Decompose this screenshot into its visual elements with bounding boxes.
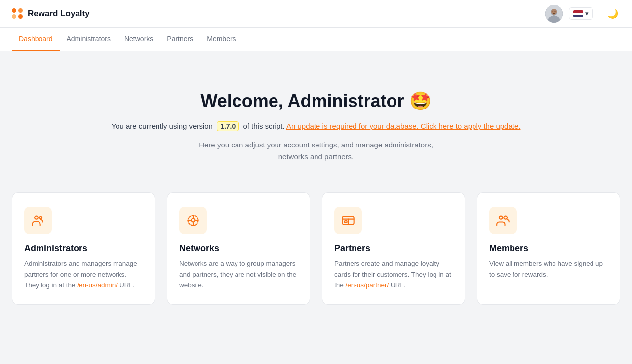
welcome-title: Welcome, Administrator 🤩 <box>12 91 620 111</box>
nav-administrators[interactable]: Administrators <box>60 28 118 51</box>
partner-url-link[interactable]: /en-us/partner/ <box>346 281 389 289</box>
svg-point-8 <box>35 216 38 219</box>
version-line: You are currently using version 1.7.0 of… <box>12 121 620 131</box>
admin-url-link[interactable]: /en-us/admin/ <box>77 281 118 289</box>
partners-icon <box>341 214 355 227</box>
card-partners-title: Partners <box>334 243 453 254</box>
flag-icon <box>573 10 583 17</box>
nav-dashboard[interactable]: Dashboard <box>12 28 60 51</box>
partners-icon-wrap <box>334 207 362 234</box>
cards-grid: Administrators Administrators and manage… <box>12 192 620 305</box>
logo-dot-4 <box>18 14 23 19</box>
dark-mode-toggle[interactable]: 🌙 <box>605 6 620 21</box>
header: Reward Loyalty ▾ 🌙 <box>0 0 632 28</box>
main-content: Welcome, Administrator 🤩 You are current… <box>0 51 632 325</box>
members-icon-wrap <box>489 207 517 234</box>
networks-icon <box>186 214 200 227</box>
administrators-icon <box>31 214 45 227</box>
update-link[interactable]: An update is required for your database.… <box>286 122 520 130</box>
card-administrators-desc: Administrators and managers manage partn… <box>24 258 143 291</box>
card-networks-desc: Networks are a way to group managers and… <box>179 258 298 291</box>
logo-dot-2 <box>18 8 23 13</box>
nav-members[interactable]: Members <box>200 28 242 51</box>
brand-area: Reward Loyalty <box>12 8 90 19</box>
administrators-icon-wrap <box>24 207 52 234</box>
main-nav: Dashboard Administrators Networks Partne… <box>0 28 632 51</box>
header-divider <box>599 8 599 20</box>
logo-icon <box>12 8 23 19</box>
card-members-desc: View all members who have signed up to s… <box>489 258 608 280</box>
card-administrators-title: Administrators <box>24 243 143 254</box>
card-partners: Partners Partners create and manage loya… <box>322 192 465 305</box>
card-networks-title: Networks <box>179 243 298 254</box>
svg-point-7 <box>555 11 556 12</box>
language-selector[interactable]: ▾ <box>569 7 593 20</box>
version-suffix: of this script. <box>243 122 284 130</box>
version-badge: 1.7.0 <box>217 121 239 131</box>
card-networks: Networks Networks are a way to group man… <box>167 192 310 305</box>
avatar[interactable] <box>545 5 563 23</box>
lang-label: ▾ <box>585 10 589 17</box>
logo-dot-3 <box>12 14 16 19</box>
card-partners-desc: Partners create and manage loyalty cards… <box>334 258 453 291</box>
welcome-section: Welcome, Administrator 🤩 You are current… <box>12 71 620 182</box>
svg-point-20 <box>499 216 503 219</box>
svg-point-6 <box>553 11 553 12</box>
brand-name: Reward Loyalty <box>28 9 90 19</box>
nav-networks[interactable]: Networks <box>118 28 160 51</box>
svg-point-21 <box>504 216 507 219</box>
networks-icon-wrap <box>179 207 207 234</box>
svg-point-9 <box>40 217 42 219</box>
logo-dot-1 <box>12 8 16 13</box>
nav-partners[interactable]: Partners <box>160 28 200 51</box>
card-members: Members View all members who have signed… <box>477 192 620 305</box>
version-prefix: You are currently using version <box>112 122 213 130</box>
welcome-description: Here you can adjust your account setting… <box>193 139 439 163</box>
card-members-title: Members <box>489 243 608 254</box>
svg-rect-19 <box>345 221 347 223</box>
members-icon <box>496 214 510 227</box>
header-actions: ▾ 🌙 <box>545 5 620 23</box>
card-administrators: Administrators Administrators and manage… <box>12 192 155 305</box>
